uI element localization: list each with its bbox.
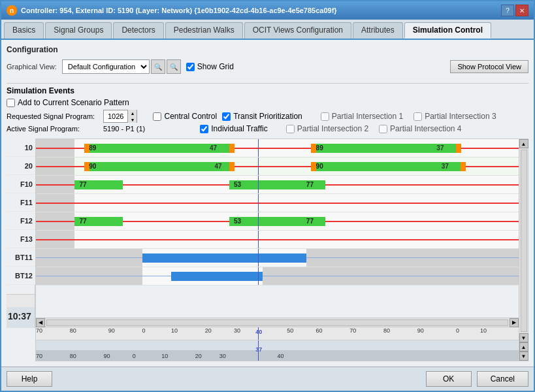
- cancel-btn[interactable]: Cancel: [477, 371, 528, 387]
- bt-70a: 70: [36, 353, 42, 359]
- sim-events-title: Simulation Events: [7, 86, 528, 95]
- tab-detectors[interactable]: Detectors: [113, 22, 163, 39]
- title-bar: n Controller: 954, External ID: 5190 (La…: [1, 1, 534, 20]
- scroll-right-btn[interactable]: ▶: [510, 318, 519, 327]
- chart-labels: 10 20 F10 F11 F12 F13 BT11 BT12 10:37: [7, 139, 35, 361]
- chart-row-f11: [36, 194, 519, 212]
- add-scenario-checkbox[interactable]: [7, 99, 15, 107]
- tl-0a: 0: [142, 327, 146, 334]
- scroll-left-btn[interactable]: ◀: [36, 318, 45, 327]
- partial-3-label: Partial Intersection 3: [425, 112, 496, 121]
- tl-0b: 0: [456, 327, 459, 334]
- ok-btn[interactable]: OK: [426, 371, 472, 387]
- signal-value: 1026: [104, 112, 127, 120]
- v-scroll-up[interactable]: ▲: [519, 139, 528, 148]
- partial-4-label: Partial Intersection 4: [390, 124, 461, 133]
- partial-2-label: Partial Intersection 2: [297, 124, 368, 133]
- v-scroll-down[interactable]: ▼: [519, 333, 528, 342]
- chart-row-bt11: [36, 249, 519, 267]
- dropdown-wrap: Default Configuration 🔍 🔍: [62, 59, 181, 74]
- tl-90a: 90: [108, 327, 115, 334]
- tab-signal-groups[interactable]: Signal Groups: [45, 22, 112, 39]
- individual-traffic-checkbox[interactable]: [200, 125, 208, 133]
- graphical-view-dropdown[interactable]: Default Configuration: [62, 59, 150, 74]
- partial-item-1: Partial Intersection 1: [321, 112, 403, 121]
- partial-item-3: Partial Intersection 3: [413, 112, 496, 121]
- zoom-in-btn[interactable]: 🔍: [151, 59, 165, 74]
- chart-scrollbar-h: ◀ ▶: [35, 318, 519, 327]
- chart-container: 10 20 F10 F11 F12 F13 BT11 BT12 10:37: [7, 139, 528, 361]
- central-control-checkbox[interactable]: [153, 112, 161, 121]
- chart-row-f12: 77 53 77: [36, 212, 519, 231]
- tl-40: 40: [255, 329, 262, 335]
- chart-row-20: 90 47 90 37: [36, 157, 519, 176]
- scrollbar-spacer: [7, 285, 35, 294]
- row-label-10: 10: [7, 139, 35, 157]
- tab-attributes[interactable]: Attributes: [353, 22, 403, 39]
- row-label-f12: F12: [7, 212, 35, 230]
- individual-traffic-wrap: Individual Traffic: [200, 124, 268, 133]
- bt-80a: 80: [70, 353, 76, 359]
- zoom-out-btn[interactable]: 🔍: [167, 59, 181, 74]
- add-scenario-wrap: Add to Current Scenario Pattern: [7, 98, 129, 107]
- help-btn[interactable]: Help: [7, 371, 52, 387]
- app-icon: n: [7, 5, 17, 16]
- row-label-f11: F11: [7, 193, 35, 212]
- divider1: [7, 83, 528, 84]
- help-title-btn[interactable]: ?: [501, 5, 514, 16]
- transit-wrap: Transit Prioritization: [222, 112, 302, 121]
- tl-30: 30: [234, 327, 240, 334]
- tl-10b: 10: [480, 327, 487, 334]
- row-label-20: 20: [7, 157, 35, 175]
- bt-90a: 90: [103, 353, 110, 359]
- tab-ocit[interactable]: OCIT Views Configuration: [244, 22, 351, 39]
- row-label-bt11: BT11: [7, 248, 35, 267]
- row-label-bt12: BT12: [7, 267, 35, 285]
- time-display: 10:37: [7, 307, 35, 325]
- active-signal-value: 5190 - P1 (1): [103, 125, 145, 133]
- partial-1-label: Partial Intersection 1: [332, 112, 403, 121]
- tab-pedestrian-walks[interactable]: Pedestrian Walks: [165, 22, 243, 39]
- active-signal-row: Active Signal Program: 5190 - P1 (1) Ind…: [7, 124, 528, 133]
- show-grid-wrap: Show Grid: [186, 62, 234, 71]
- individual-traffic-label: Individual Traffic: [211, 124, 268, 133]
- bt-40: 40: [278, 353, 284, 359]
- show-protocol-btn[interactable]: Show Protocol View: [450, 60, 528, 73]
- h-scroll-track[interactable]: [46, 319, 508, 326]
- signal-spinner: 1026 ▲ ▼: [103, 110, 137, 123]
- tab-basics[interactable]: Basics: [4, 22, 44, 39]
- transit-label: Transit Prioritization: [233, 112, 302, 121]
- config-section: Configuration Graphical View: Default Co…: [7, 45, 528, 80]
- central-control-label: Central Control: [164, 112, 217, 121]
- partial-2-checkbox[interactable]: [286, 125, 295, 133]
- requested-signal-label: Requested Signal Program:: [7, 112, 98, 120]
- close-btn[interactable]: ✕: [515, 5, 528, 16]
- sim-events-section: Simulation Events Add to Current Scenari…: [7, 86, 528, 136]
- partial-4-checkbox[interactable]: [379, 125, 387, 133]
- chart-row-f13: [36, 231, 519, 249]
- tl-70b: 70: [349, 327, 356, 334]
- spinner-down[interactable]: ▼: [127, 116, 137, 123]
- v-scroll-up2[interactable]: ▲: [519, 342, 528, 351]
- footer: Help OK Cancel: [1, 367, 534, 391]
- partial-3-checkbox[interactable]: [413, 112, 422, 121]
- main-content: Configuration Graphical View: Default Co…: [1, 40, 534, 367]
- transit-checkbox[interactable]: [222, 112, 231, 121]
- graphical-view-label: Graphical View:: [7, 63, 57, 71]
- v-scroll-down2[interactable]: ▼: [519, 351, 528, 361]
- bottom-timeline: 70 80 90 0 10 20 30 37 40: [35, 340, 519, 361]
- tl-50: 50: [287, 327, 293, 334]
- v-scroll-track[interactable]: [521, 150, 527, 332]
- row-label-f10: F10: [7, 175, 35, 193]
- tl-70a: 70: [36, 327, 42, 334]
- partial-item-4: Partial Intersection 4: [379, 124, 461, 133]
- bottom-left-spacer: 10:37: [7, 307, 35, 328]
- main-window: n Controller: 954, External ID: 5190 (La…: [0, 0, 535, 392]
- spinner-up[interactable]: ▲: [127, 110, 137, 116]
- title-bar-left: n Controller: 954, External ID: 5190 (La…: [7, 5, 337, 16]
- tab-simulation-control[interactable]: Simulation Control: [404, 22, 491, 39]
- partial-1-checkbox[interactable]: [321, 112, 329, 121]
- timeline-vline: [258, 327, 259, 340]
- partial-item-2: Partial Intersection 2: [286, 124, 368, 133]
- show-grid-checkbox[interactable]: [186, 63, 195, 71]
